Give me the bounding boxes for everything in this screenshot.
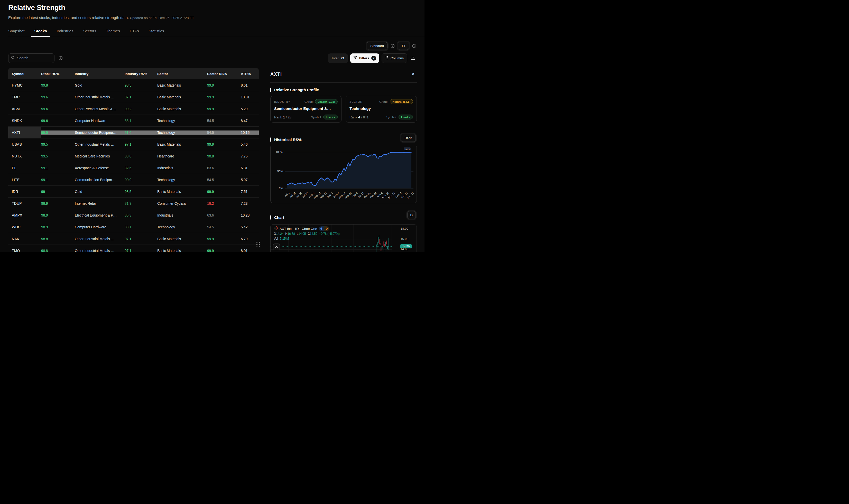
filter-icon [353,56,357,60]
table-row-WDC[interactable]: WDC98.9Computer Hardware88.1Technology54… [8,221,259,233]
section-accent-bar [270,88,271,92]
column-header-symbol[interactable]: Symbol [8,68,41,79]
toolbar-view-options: Standard 1Y [367,42,416,50]
rs-y-tick: 100% [271,150,283,154]
column-header-industry-rs-[interactable]: Industry RS% [125,72,157,76]
table-row-TMQ[interactable]: TMQ98.8Other Industrial Metals …97.1Basi… [8,245,259,252]
chart-symbol-name[interactable]: AXT Inc · 1D · Cboe One [280,227,317,231]
download-button[interactable] [410,54,416,62]
industry-card: INDUSTRY Group: Leader (91.6) Semiconduc… [270,96,341,123]
timeframe-button[interactable]: D [407,211,416,219]
section-accent-bar [270,215,271,220]
filters-label: Filters [359,56,369,60]
section-accent-bar [270,138,271,142]
historical-section-title: Historical RS% [274,138,302,142]
columns-button[interactable]: Columns [382,53,407,63]
rank-value: 1 [283,115,285,119]
industry-group-badge: Leader (91.6) [315,99,338,104]
table-row-TDUP[interactable]: TDUP98.9Internet Retail81.9Consumer Cycl… [8,198,259,209]
profile-section-header: Relative Strength Profile [270,88,319,92]
tab-themes[interactable]: Themes [106,29,120,37]
column-header-atr-[interactable]: ATR% [241,72,259,76]
table-row-SNDK[interactable]: SNDK99.6Computer Hardware88.1Technology5… [8,115,259,127]
table-header-row: SymbolStock RS%IndustryIndustry RS%Secto… [8,68,259,79]
data-source-toggle[interactable]: D [319,226,329,231]
tab-sectors[interactable]: Sectors [83,29,96,37]
volume-readout: Vol 7.15 M [274,237,340,240]
filters-count-badge: 7 [371,56,376,61]
page-subtitle: Explore the latest stocks, industries, a… [8,15,194,20]
page-title: Relative Strength [8,4,65,12]
sector-name: Technology [350,106,413,111]
tab-etfs[interactable]: ETFs [130,29,139,37]
columns-label: Columns [391,56,404,60]
table-row-NUTX[interactable]: NUTX99.5Medical Care Facilities88.8Healt… [8,150,259,162]
relative-strength-page: Relative Strength Explore the latest sto… [0,0,425,252]
table-row-NAK[interactable]: NAK98.8Other Industrial Metals …97.1Basi… [8,233,259,245]
rs-last-value-tooltip: 99.7 [404,147,411,150]
table-row-TMC[interactable]: TMC99.6Other Industrial Metals …97.1Basi… [8,91,259,103]
panel-resize-handle[interactable] [257,242,260,247]
chart-legend: AXT Inc · 1D · Cboe One D O14.24 H16.78 … [274,226,340,240]
historical-rs-chart: 100%50%6% Jul 1Jul 10Jul 20Jul 28Aug 5Au… [270,145,417,203]
rs-percent-toggle-button[interactable]: RS% [401,134,416,142]
sector-card: SECTOR Group: Neutral (54.5) Technology … [346,96,417,123]
column-header-industry[interactable]: Industry [75,72,125,76]
column-header-sector-rs-[interactable]: Sector RS% [207,72,241,76]
tab-snapshot[interactable]: Snapshot [8,29,24,37]
group-label: Group: [379,100,388,103]
profile-cards: INDUSTRY Group: Leader (91.6) Semiconduc… [270,96,417,123]
panel-symbol-title: AXTI [270,72,282,77]
table-row-ASM[interactable]: ASM99.6Other Precious Metals &…99.2Basic… [8,103,259,115]
chart-section-header: Chart [270,215,284,220]
period-info-icon[interactable] [412,44,416,48]
sector-card-kind: SECTOR [350,100,362,103]
table-row-AMPX[interactable]: AMPX98.9Electrical Equipment & P…85.3Ind… [8,209,259,221]
tab-industries[interactable]: Industries [57,29,73,37]
rs-y-tick: 6% [271,187,283,190]
tab-statistics[interactable]: Statistics [149,29,164,37]
subtitle-text: Explore the latest stocks, industries, a… [8,15,129,20]
chevron-up-icon[interactable] [273,244,280,250]
view-mode-info-icon[interactable] [391,44,395,48]
search-icon [11,56,15,61]
columns-icon [385,56,388,60]
search-input[interactable] [8,53,54,63]
tab-stocks[interactable]: Stocks [34,29,47,37]
rank-total: / 28 [286,115,291,119]
period-button[interactable]: 1Y [398,42,409,50]
close-icon[interactable]: ✕ [410,71,416,77]
stocks-table: SymbolStock RS%IndustryIndustry RS%Secto… [8,68,259,252]
delayed-data-icon: D [324,226,329,231]
search-info-icon[interactable] [58,56,63,60]
rank-label: Rank [274,115,282,119]
search-field[interactable] [17,56,52,60]
profile-section-title: Relative Strength Profile [274,88,319,92]
rs-y-tick: 50% [271,170,283,173]
industry-symbol-badge: Leader [323,114,338,120]
industry-name: Semiconductor Equipment &… [274,106,338,111]
price-chart: AXT Inc · 1D · Cboe One D O14.24 H16.78 … [270,224,417,252]
rank-value: 4 [358,115,360,119]
view-mode-button[interactable]: Standard [367,42,388,50]
table-row-HYMC[interactable]: HYMC99.8Gold98.5Basic Materials99.98.61 [8,79,259,91]
column-header-sector[interactable]: Sector [157,72,207,76]
table-row-AXTI[interactable]: AXTI99.5Semiconductor Equipme…91.6Techno… [8,127,259,139]
total-count-chip: Total: 71 [328,53,348,63]
column-header-stock-rs-[interactable]: Stock RS% [41,72,75,76]
table-row-IDR[interactable]: IDR99Gold98.5Basic Materials99.97.51 [8,186,259,198]
historical-section-header: Historical RS% [270,138,302,142]
industry-card-kind: INDUSTRY [274,100,290,103]
filters-button[interactable]: Filters 7 [350,53,379,63]
price-axis-label: 18.00 [393,227,415,230]
price-axis-label: 16.00 [393,237,415,240]
symbol-detail-panel: AXTI ✕ Relative Strength Profile INDUSTR… [270,68,417,252]
table-row-USAS[interactable]: USAS99.5Other Industrial Metals …97.1Bas… [8,139,259,150]
symbol-label: Symbol: [386,115,397,119]
axt-logo-icon [274,226,278,231]
rank-label: Rank [350,115,357,119]
table-row-PL[interactable]: PL99.1Aerospace & Defense82.6Industrials… [8,162,259,174]
table-row-LITE[interactable]: LITE99.1Communication Equipm…90.9Technol… [8,174,259,186]
cboe-moon-icon [319,226,324,231]
sector-symbol-badge: Leader [399,114,413,120]
